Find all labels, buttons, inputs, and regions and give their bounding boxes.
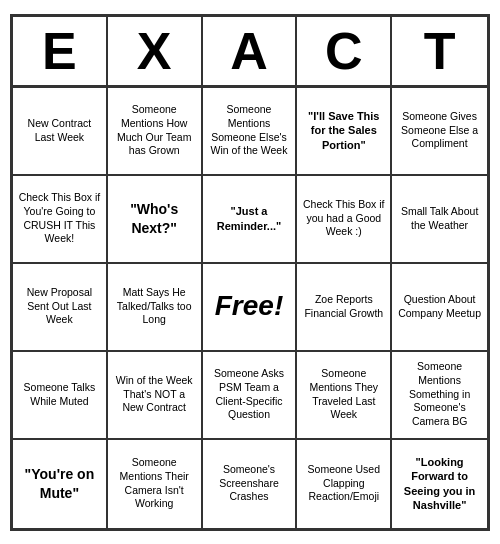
cell-text-r3c2: Matt Says He Talked/Talks too Long (113, 286, 196, 327)
bingo-cell-r5c4[interactable]: Someone Used Clapping Reaction/Emoji (297, 440, 392, 528)
cell-text-r5c4: Someone Used Clapping Reaction/Emoji (302, 463, 385, 504)
bingo-cell-r4c3[interactable]: Someone Asks PSM Team a Client-Specific … (203, 352, 298, 440)
cell-text-r3c3: Free! (215, 288, 283, 324)
bingo-cell-r3c2[interactable]: Matt Says He Talked/Talks too Long (108, 264, 203, 352)
cell-text-r1c1: New Contract Last Week (18, 117, 101, 144)
bingo-cell-r2c5[interactable]: Small Talk About the Weather (392, 176, 487, 264)
cell-text-r4c5: Someone Mentions Something in Someone's … (397, 360, 482, 428)
cell-text-r5c5: "Looking Forward to Seeing you in Nashvi… (397, 455, 482, 512)
cell-text-r1c5: Someone Gives Someone Else a Compliment (397, 110, 482, 151)
header-letter-c: C (297, 17, 392, 85)
cell-text-r5c2: Someone Mentions Their Camera Isn't Work… (113, 456, 196, 511)
cell-text-r1c2: Someone Mentions How Much Our Team has G… (113, 103, 196, 158)
bingo-cell-r4c2[interactable]: Win of the Week That's NOT a New Contrac… (108, 352, 203, 440)
cell-text-r4c1: Someone Talks While Muted (18, 381, 101, 408)
cell-text-r4c4: Someone Mentions They Traveled Last Week (302, 367, 385, 422)
bingo-cell-r5c5[interactable]: "Looking Forward to Seeing you in Nashvi… (392, 440, 487, 528)
cell-text-r5c1: "You're on Mute" (18, 465, 101, 501)
bingo-cell-r3c4[interactable]: Zoe Reports Financial Growth (297, 264, 392, 352)
bingo-cell-r4c5[interactable]: Someone Mentions Something in Someone's … (392, 352, 487, 440)
cell-text-r3c4: Zoe Reports Financial Growth (302, 293, 385, 320)
cell-text-r3c1: New Proposal Sent Out Last Week (18, 286, 101, 327)
bingo-cell-r5c3[interactable]: Someone's Screenshare Crashes (203, 440, 298, 528)
bingo-cell-r5c1[interactable]: "You're on Mute" (13, 440, 108, 528)
cell-text-r5c3: Someone's Screenshare Crashes (208, 463, 291, 504)
bingo-cell-r2c2[interactable]: "Who's Next?" (108, 176, 203, 264)
bingo-cell-r1c1[interactable]: New Contract Last Week (13, 88, 108, 176)
header-letter-e: E (13, 17, 108, 85)
bingo-cell-r3c3[interactable]: Free! (203, 264, 298, 352)
cell-text-r4c3: Someone Asks PSM Team a Client-Specific … (208, 367, 291, 422)
cell-text-r4c2: Win of the Week That's NOT a New Contrac… (113, 374, 196, 415)
bingo-cell-r1c3[interactable]: Someone Mentions Someone Else's Win of t… (203, 88, 298, 176)
bingo-header: EXACT (13, 17, 487, 88)
bingo-cell-r3c5[interactable]: Question About Company Meetup (392, 264, 487, 352)
cell-text-r2c5: Small Talk About the Weather (397, 205, 482, 232)
bingo-cell-r1c4[interactable]: "I'll Save This for the Sales Portion" (297, 88, 392, 176)
bingo-grid: New Contract Last WeekSomeone Mentions H… (13, 88, 487, 528)
bingo-cell-r2c3[interactable]: "Just a Reminder..." (203, 176, 298, 264)
bingo-cell-r2c1[interactable]: Check This Box if You're Going to CRUSH … (13, 176, 108, 264)
bingo-cell-r1c5[interactable]: Someone Gives Someone Else a Compliment (392, 88, 487, 176)
cell-text-r2c3: "Just a Reminder..." (208, 204, 291, 233)
cell-text-r2c2: "Who's Next?" (113, 200, 196, 236)
header-letter-x: X (108, 17, 203, 85)
cell-text-r1c3: Someone Mentions Someone Else's Win of t… (208, 103, 291, 158)
bingo-cell-r1c2[interactable]: Someone Mentions How Much Our Team has G… (108, 88, 203, 176)
header-letter-a: A (203, 17, 298, 85)
cell-text-r1c4: "I'll Save This for the Sales Portion" (302, 109, 385, 152)
header-letter-t: T (392, 17, 487, 85)
cell-text-r3c5: Question About Company Meetup (397, 293, 482, 320)
bingo-cell-r4c1[interactable]: Someone Talks While Muted (13, 352, 108, 440)
bingo-cell-r3c1[interactable]: New Proposal Sent Out Last Week (13, 264, 108, 352)
cell-text-r2c1: Check This Box if You're Going to CRUSH … (18, 191, 101, 246)
cell-text-r2c4: Check This Box if you had a Good Week :) (302, 198, 385, 239)
bingo-card: EXACT New Contract Last WeekSomeone Ment… (10, 14, 490, 531)
bingo-cell-r2c4[interactable]: Check This Box if you had a Good Week :) (297, 176, 392, 264)
bingo-cell-r5c2[interactable]: Someone Mentions Their Camera Isn't Work… (108, 440, 203, 528)
bingo-cell-r4c4[interactable]: Someone Mentions They Traveled Last Week (297, 352, 392, 440)
